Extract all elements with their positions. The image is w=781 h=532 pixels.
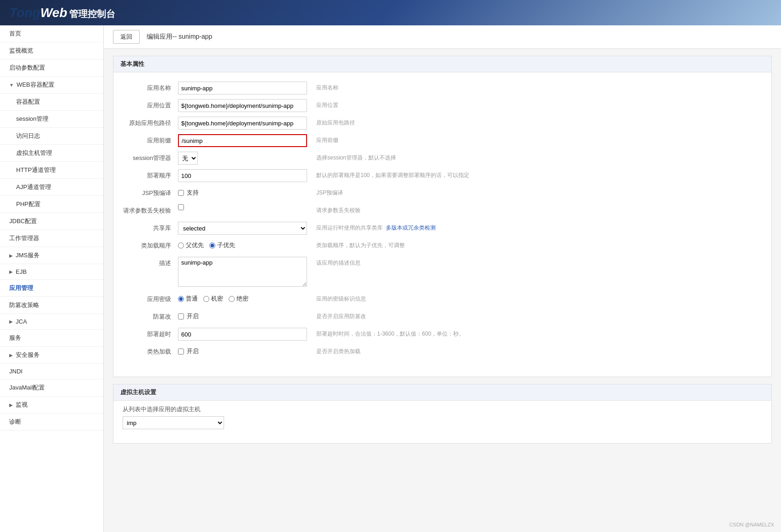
request-param-hint: 请求参数丢失校验 <box>316 204 762 214</box>
topbar-title: 编辑应用-- sunimp-app <box>147 33 212 41</box>
shared-lib-select[interactable]: selected <box>178 222 307 235</box>
main-content: 返回 编辑应用-- sunimp-app 基本属性 应用名称 应用名称 应用位置 <box>104 25 781 532</box>
deploy-order-input[interactable] <box>178 169 307 182</box>
sidebar-item-home[interactable]: 首页 <box>0 25 103 42</box>
sidebar-item-monitor-overview[interactable]: 监视概览 <box>0 42 103 59</box>
security-normal-label[interactable]: 普通 <box>178 295 198 303</box>
deploy-order-hint: 默认的部署顺序是100，如果需要调整部署顺序的话，可以指定 <box>316 169 762 179</box>
description-control: sunimp-app <box>178 257 307 288</box>
app-location-input[interactable] <box>178 99 307 112</box>
security-secret-radio[interactable] <box>203 296 209 302</box>
request-param-label: 请求参数丢失校验 <box>123 204 178 215</box>
deploy-order-label: 部署顺序 <box>123 169 178 180</box>
deploy-order-row: 部署顺序 默认的部署顺序是100，如果需要调整部署顺序的话，可以指定 <box>123 169 762 182</box>
sidebar-item-http-channel[interactable]: HTTP通道管理 <box>0 162 103 179</box>
logo-tong: Tong <box>9 6 40 20</box>
hot-deploy-checkbox-label[interactable]: 开启 <box>178 345 307 355</box>
app-name-label: 应用名称 <box>123 82 178 92</box>
deploy-timeout-control <box>178 328 307 341</box>
security-normal-radio[interactable] <box>178 296 184 302</box>
sidebar-item-vhost-mgmt[interactable]: 虚拟主机管理 <box>0 145 103 162</box>
sidebar-item-app-mgmt[interactable]: 应用管理 <box>0 280 103 297</box>
deploy-order-control <box>178 169 307 182</box>
shared-lib-link[interactable]: 多版本或冗余类检测 <box>386 225 436 231</box>
hot-deploy-checkbox[interactable] <box>178 349 184 355</box>
original-path-input[interactable] <box>178 117 307 130</box>
security-top-label[interactable]: 绝密 <box>229 295 248 303</box>
original-path-hint: 原始应用包路径 <box>316 117 762 127</box>
logo-web: Web <box>40 6 67 20</box>
sidebar-item-ajp-channel[interactable]: AJP通道管理 <box>0 179 103 196</box>
app-location-control <box>178 99 307 112</box>
app-location-hint: 应用位置 <box>316 99 762 109</box>
deploy-timeout-input[interactable] <box>178 328 307 341</box>
sidebar-item-startup-params[interactable]: 启动参数配置 <box>0 59 103 77</box>
anti-tamper-control: 开启 <box>178 310 307 320</box>
security-top-radio[interactable] <box>229 296 235 302</box>
jsp-precompile-checkbox[interactable] <box>178 190 184 196</box>
class-load-control: 父优先 子优先 <box>178 239 307 249</box>
anti-tamper-label: 防篡改 <box>123 310 178 321</box>
sidebar-item-session-mgmt[interactable]: session管理 <box>0 111 103 128</box>
sidebar-item-javamail[interactable]: JavaMail配置 <box>0 379 103 396</box>
sidebar-item-web-container[interactable]: ▼ WEB容器配置 <box>0 77 103 94</box>
sidebar-item-access-log[interactable]: 访问日志 <box>0 128 103 145</box>
app-prefix-label: 应用前缀 <box>123 134 178 145</box>
sidebar-item-jndi[interactable]: JNDI <box>0 364 103 379</box>
class-load-child-radio[interactable] <box>209 242 215 248</box>
back-button[interactable]: 返回 <box>113 30 140 44</box>
request-param-control <box>178 204 307 212</box>
description-textarea[interactable]: sunimp-app <box>178 257 307 287</box>
class-load-parent-label[interactable]: 父优先 <box>178 241 204 249</box>
class-load-row: 类加载顺序 父优先 子优先 类加 <box>123 239 762 252</box>
topbar: 返回 编辑应用-- sunimp-app <box>104 25 781 49</box>
session-mgr-select[interactable]: 无 <box>178 152 198 165</box>
hot-deploy-row: 类热加载 开启 是否开启类热加载 <box>123 345 762 358</box>
sidebar-item-ejb[interactable]: ▶ EJB <box>0 264 103 280</box>
request-param-checkbox[interactable] <box>178 204 184 210</box>
jsp-precompile-checkbox-label[interactable]: 支持 <box>178 187 307 197</box>
session-mgr-hint: 选择session管理器，默认不选择 <box>316 152 762 162</box>
security-secret-label[interactable]: 机密 <box>203 295 223 303</box>
app-name-input[interactable] <box>178 82 307 95</box>
class-load-child-label[interactable]: 子优先 <box>209 241 235 249</box>
deploy-timeout-hint: 部署超时时间，合法值：1-3600，默认值：600，单位：秒。 <box>316 328 762 338</box>
vhost-hint: 从列表中选择应用的虚拟主机 <box>113 401 771 416</box>
arrow-right-icon-mon: ▶ <box>9 402 13 408</box>
session-mgr-label: session管理器 <box>123 152 178 162</box>
hot-deploy-control: 开启 <box>178 345 307 355</box>
sidebar-item-task-mgr[interactable]: 工作管理器 <box>0 230 103 247</box>
watermark: CSDN @NAMELZX <box>729 522 774 527</box>
anti-tamper-hint: 是否开启应用防篡改 <box>316 310 762 320</box>
hot-deploy-hint: 是否开启类热加载 <box>316 345 762 355</box>
anti-tamper-checkbox[interactable] <box>178 313 184 319</box>
sidebar-item-anti-tamper[interactable]: 防篡改策略 <box>0 297 103 314</box>
class-load-radio-group: 父优先 子优先 <box>178 239 307 249</box>
app-prefix-input[interactable] <box>178 134 307 147</box>
shared-lib-control: selected <box>178 222 307 235</box>
sidebar-item-jdbc[interactable]: JDBC配置 <box>0 213 103 230</box>
jsp-precompile-hint: JSP预编译 <box>316 187 762 197</box>
class-load-label: 类加载顺序 <box>123 239 178 250</box>
sidebar-item-service[interactable]: 服务 <box>0 330 103 347</box>
shared-lib-hint: 应用运行时使用的共享类库 多版本或冗余类检测 <box>316 222 762 232</box>
basic-properties-section: 基本属性 应用名称 应用名称 应用位置 应用位置 <box>113 56 772 377</box>
description-label: 描述 <box>123 257 178 267</box>
description-row: 描述 sunimp-app 该应用的描述信息 <box>123 257 762 288</box>
body-wrap: 首页 监视概览 启动参数配置 ▼ WEB容器配置 容器配置 session管理 … <box>0 25 781 532</box>
sidebar-item-container-config[interactable]: 容器配置 <box>0 94 103 111</box>
sidebar-item-diagnosis[interactable]: 诊断 <box>0 414 103 431</box>
vhost-select[interactable]: imp <box>123 416 224 429</box>
sidebar-item-monitor[interactable]: ▶ 监视 <box>0 396 103 414</box>
app-prefix-hint: 应用前缀 <box>316 134 762 144</box>
sidebar-item-jms[interactable]: ▶ JMS服务 <box>0 247 103 264</box>
security-level-radio-group: 普通 机密 绝密 <box>178 293 307 303</box>
class-load-parent-radio[interactable] <box>178 242 184 248</box>
sidebar-item-security-svc[interactable]: ▶ 安全服务 <box>0 347 103 364</box>
sidebar-item-php-config[interactable]: PHP配置 <box>0 196 103 213</box>
app-name-control <box>178 82 307 95</box>
anti-tamper-checkbox-label[interactable]: 开启 <box>178 310 307 320</box>
basic-section-title: 基本属性 <box>113 56 771 72</box>
logo: TongWeb管理控制台 <box>9 6 115 20</box>
sidebar-item-jca[interactable]: ▶ JCA <box>0 314 103 330</box>
